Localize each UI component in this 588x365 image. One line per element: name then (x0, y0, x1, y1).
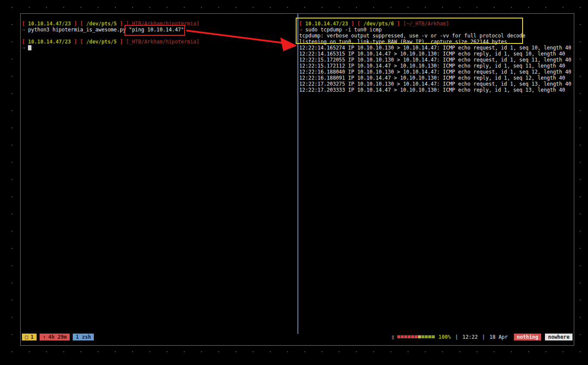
pane-count-badge: □1 (22, 334, 37, 340)
battery-block (415, 335, 418, 338)
prompt-bracket: ] (348, 21, 357, 27)
tcpdump-packet-line: 12:22:16.188091 IP 10.10.14.47 > 10.10.1… (299, 75, 573, 81)
tcpdump-info-line: listening on tun0, link-type RAW (Raw IP… (299, 39, 573, 45)
status-bar-left: □1 ↑4h 29m 1 zsh (22, 334, 94, 340)
arrow-up-icon: ↑ (43, 334, 46, 340)
prompt-tty: /dev/pts/5 (86, 39, 117, 45)
prompt-bracket: ] (117, 21, 126, 27)
battery-percent: 100% (439, 334, 451, 340)
tcpdump-packet-line: 12:22:14.165315 IP 10.10.14.47 > 10.10.1… (299, 51, 573, 57)
prompt-path: [~/_HTB/Arkham] (403, 21, 449, 27)
prompt-bracket: [ (22, 39, 28, 45)
tcpdump-packet-line: 12:22:15.172112 IP 10.10.14.47 > 10.10.1… (299, 63, 573, 69)
blank-line (22, 33, 297, 39)
terminal-window: [ 10.10.14.47/23 ] [ /dev/pts/5 ] [_HTB/… (20, 13, 574, 346)
clock-time: 12:22 (462, 334, 478, 340)
prompt-arrow-icon: → (22, 45, 28, 51)
battery-block (428, 335, 431, 338)
square-icon: □ (25, 334, 28, 340)
command-text: sudo tcpdump -i tun0 icmp (305, 27, 382, 33)
uptime-label: 4h 29m (48, 334, 67, 340)
left-pane[interactable]: [ 10.10.14.47/23 ] [ /dev/pts/5 ] [_HTB/… (22, 21, 297, 51)
uptime-badge: ↑4h 29m (40, 334, 70, 340)
terminal-cursor (28, 45, 31, 50)
status-bar-right: ▯ 100% | 12:22 | 18 Apr nothing nowhere (391, 334, 573, 340)
tcpdump-packet-line: 12:22:14.165274 IP 10.10.10.130 > 10.10.… (299, 45, 573, 51)
battery-block (408, 335, 411, 338)
missing-glyph-icon: ▯ (391, 334, 395, 340)
window-tab-label: 1 zsh (76, 334, 91, 340)
clock-date: 18 Apr (489, 334, 508, 340)
prompt-bracket: ] (117, 39, 126, 45)
tcpdump-packet-line: 12:22:17.203333 IP 10.10.14.47 > 10.10.1… (299, 87, 573, 93)
desktop-wallpaper: { "terminal": { "border_color": "#7e7e7e… (0, 0, 588, 365)
input-line[interactable]: → (22, 45, 297, 51)
status-separator: | (482, 334, 485, 340)
prompt-bracket: [ (22, 21, 28, 27)
command-argument: "ping 10.10.14.47" (129, 27, 184, 33)
prompt-host-ip: 10.10.14.47/23 (305, 21, 348, 27)
prompt-path: [_HTB/Arkham/hipotermia] (126, 21, 199, 27)
battery-block (411, 335, 414, 338)
prompt-path: [_HTB/Arkham/hipotermia] (126, 39, 199, 45)
prompt-bracket: [ (357, 21, 363, 27)
battery-block (401, 335, 404, 338)
tcpdump-packet-line: 12:22:16.188040 IP 10.10.10.130 > 10.10.… (299, 69, 573, 75)
tcpdump-info-line: tcpdump: verbose output suppressed, use … (299, 33, 573, 39)
prompt-line: [ 10.10.14.47/23 ] [ /dev/pts/5 ] [_HTB/… (22, 21, 297, 27)
tmux-status-bar: □1 ↑4h 29m 1 zsh ▯ 100% | 12:22 | 18 Apr… (22, 333, 573, 340)
battery-indicator (397, 335, 435, 338)
prompt-line: [ 10.10.14.47/23 ] [ /dev/pts/5 ] [_HTB/… (22, 39, 297, 45)
prompt-host-ip: 10.10.14.47/23 (28, 39, 71, 45)
hostname-badge: nothing (514, 334, 542, 340)
pane-separator[interactable] (297, 14, 298, 334)
battery-block (425, 335, 428, 338)
prompt-bracket: ] (71, 39, 80, 45)
prompt-arrow-icon: → (299, 27, 305, 33)
battery-block (421, 335, 424, 338)
prompt-bracket: [ (80, 39, 86, 45)
command-line: → python3 hipotermia_is_awesome.py "ping… (22, 27, 297, 33)
prompt-bracket: ] (394, 21, 403, 27)
tcpdump-packet-line: 12:22:17.203275 IP 10.10.10.130 > 10.10.… (299, 81, 573, 87)
tcpdump-packet-line: 12:22:15.172055 IP 10.10.10.130 > 10.10.… (299, 57, 573, 63)
prompt-tty: /dev/pts/6 (363, 21, 394, 27)
session-name-badge: nowhere (545, 334, 573, 340)
battery-block (404, 335, 407, 338)
prompt-arrow-icon: → (22, 27, 28, 33)
prompt-line: [ 10.10.14.47/23 ] [ /dev/pts/6 ] [~/_HT… (299, 21, 573, 27)
battery-block (418, 335, 421, 338)
window-tab-badge[interactable]: 1 zsh (73, 334, 94, 340)
right-pane[interactable]: [ 10.10.14.47/23 ] [ /dev/pts/6 ] [~/_HT… (299, 21, 573, 93)
prompt-host-ip: 10.10.14.47/23 (28, 21, 71, 27)
battery-block (397, 335, 400, 338)
battery-block (432, 335, 435, 338)
prompt-bracket: [ (299, 21, 305, 27)
prompt-bracket: [ (80, 21, 86, 27)
prompt-tty: /dev/pts/5 (86, 21, 117, 27)
pane-count-label: 1 (31, 334, 34, 340)
prompt-bracket: ] (71, 21, 80, 27)
status-separator: | (455, 334, 458, 340)
command-text: python3 hipotermia_is_awesome.py (28, 27, 129, 33)
command-line: → sudo tcpdump -i tun0 icmp (299, 27, 573, 33)
